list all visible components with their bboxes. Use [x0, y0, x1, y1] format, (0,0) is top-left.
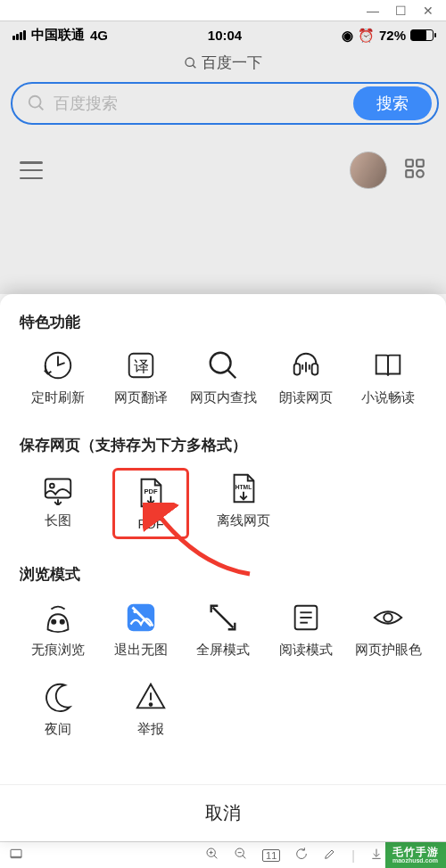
svg-rect-15: [293, 364, 300, 374]
incognito-icon: [41, 601, 75, 635]
svg-line-14: [228, 371, 236, 379]
item-novel-mode[interactable]: 小说畅读: [350, 345, 426, 410]
item-label: 阅读模式: [279, 642, 333, 659]
item-reader-mode[interactable]: 阅读模式: [268, 597, 344, 662]
night-mode-icon: [41, 680, 75, 714]
translate-icon: 译: [124, 348, 158, 382]
svg-line-43: [214, 856, 217, 858]
edit-icon[interactable]: [323, 847, 337, 864]
offline-page-icon: HTML: [227, 471, 260, 505]
cancel-button[interactable]: 取消: [0, 784, 446, 841]
minimize-icon[interactable]: —: [367, 4, 379, 18]
battery-icon: [410, 29, 434, 41]
sync-icon: ◉: [342, 28, 353, 44]
svg-point-13: [211, 353, 231, 373]
refresh-icon[interactable]: [294, 847, 309, 864]
svg-point-0: [186, 58, 194, 66]
eye-protect-icon: [371, 601, 405, 635]
item-exit-noimage[interactable]: 退出无图: [103, 597, 179, 662]
item-pdf[interactable]: PDF PDF: [112, 468, 189, 539]
svg-point-2: [29, 96, 41, 108]
report-icon: [134, 680, 168, 714]
search-icon: [27, 94, 46, 113]
item-incognito[interactable]: 无痕浏览: [20, 597, 96, 662]
fullscreen-icon: [206, 601, 240, 635]
svg-point-21: [50, 484, 54, 488]
os-bottom-bar: 11 | 毛竹手游 maozhusd.com: [0, 841, 446, 868]
timer-refresh-icon: [41, 348, 75, 382]
tools-sheet: 特色功能 定时刷新 译 网页翻译 网页内查找 朗读网页: [0, 294, 446, 841]
section-save: 保存网页（支持存为下方多格式） 长图 PDF PDF HTML 离线网页: [0, 417, 446, 546]
section-browse: 浏览模式 无痕浏览 退出无图 全屏模式 阅读模式: [0, 546, 446, 749]
clock: 10:04: [208, 28, 242, 43]
phone-screen: 中国联通 4G 10:04 ◉ ⏰ 72% 百度一下 百度搜索 搜索: [0, 21, 446, 841]
section-title: 浏览模式: [20, 564, 426, 585]
exit-noimage-icon: [124, 601, 158, 635]
item-read-aloud[interactable]: 朗读网页: [268, 345, 344, 410]
reader-mode-icon: [289, 601, 323, 635]
svg-point-9: [417, 170, 424, 177]
hamburger-icon[interactable]: [20, 161, 43, 179]
pdf-icon: PDF: [134, 476, 168, 510]
svg-text:HTML: HTML: [235, 484, 252, 490]
zoom-out-icon[interactable]: [234, 847, 248, 864]
item-label: 网页护眼色: [355, 642, 422, 659]
item-label: 夜间: [45, 721, 71, 738]
item-report[interactable]: 举报: [112, 676, 189, 741]
status-bar: 中国联通 4G 10:04 ◉ ⏰ 72%: [0, 21, 446, 45]
browse-grid-2: 夜间 举报: [20, 676, 426, 741]
browse-grid-1: 无痕浏览 退出无图 全屏模式 阅读模式 网页护眼色: [20, 597, 426, 662]
svg-line-3: [39, 106, 44, 111]
download-icon[interactable]: [369, 847, 384, 864]
window-chrome: — ☐ ✕: [0, 0, 446, 21]
apps-grid-icon[interactable]: [403, 157, 426, 184]
avatar[interactable]: [350, 151, 387, 189]
svg-point-31: [133, 610, 136, 613]
search-button[interactable]: 搜索: [353, 86, 432, 120]
panel-icon[interactable]: [9, 847, 23, 864]
item-label: 网页翻译: [114, 389, 168, 406]
long-image-icon: [41, 471, 75, 505]
section-title: 特色功能: [20, 312, 426, 332]
svg-rect-8: [406, 170, 413, 177]
svg-line-1: [193, 65, 195, 68]
item-label: 朗读网页: [279, 389, 333, 406]
svg-point-28: [61, 620, 64, 624]
item-long-image[interactable]: 长图: [20, 468, 96, 539]
toolbar-row: [0, 137, 446, 203]
svg-rect-16: [311, 364, 318, 374]
section-title: 保存网页（支持存为下方多格式）: [20, 435, 426, 455]
svg-text:PDF: PDF: [144, 487, 158, 495]
read-aloud-icon: [289, 348, 323, 382]
carrier-label: 中国联通: [31, 27, 85, 44]
item-label: 离线网页: [217, 512, 270, 529]
tab-count[interactable]: 11: [262, 849, 280, 862]
item-timer-refresh[interactable]: 定时刷新: [20, 345, 96, 410]
item-offline-page[interactable]: HTML 离线网页: [205, 468, 282, 539]
item-translate[interactable]: 译 网页翻译: [103, 345, 179, 410]
close-icon[interactable]: ✕: [423, 4, 434, 18]
maximize-icon[interactable]: ☐: [395, 4, 407, 18]
svg-rect-20: [45, 479, 71, 498]
search-row: 百度搜索 搜索: [0, 82, 446, 137]
page-title-row: 百度一下: [0, 45, 446, 82]
battery-pct: 72%: [379, 28, 406, 43]
find-in-page-icon: [206, 348, 240, 382]
novel-mode-icon: [371, 348, 405, 382]
item-fullscreen[interactable]: 全屏模式: [185, 597, 261, 662]
item-label: 定时刷新: [31, 389, 85, 406]
zoom-in-icon[interactable]: [205, 847, 219, 864]
item-label: 小说畅读: [361, 389, 415, 406]
svg-line-47: [243, 856, 245, 858]
item-find-in-page[interactable]: 网页内查找: [185, 345, 261, 410]
network-label: 4G: [90, 28, 108, 43]
search-icon: [184, 56, 198, 70]
svg-line-32: [213, 608, 234, 628]
item-eye-protect[interactable]: 网页护眼色: [350, 597, 426, 662]
alarm-icon: ⏰: [358, 28, 375, 44]
item-label: 全屏模式: [196, 642, 250, 659]
item-label: 举报: [137, 721, 164, 738]
svg-text:译: 译: [133, 358, 148, 375]
svg-point-37: [384, 613, 392, 622]
item-night[interactable]: 夜间: [20, 676, 96, 741]
